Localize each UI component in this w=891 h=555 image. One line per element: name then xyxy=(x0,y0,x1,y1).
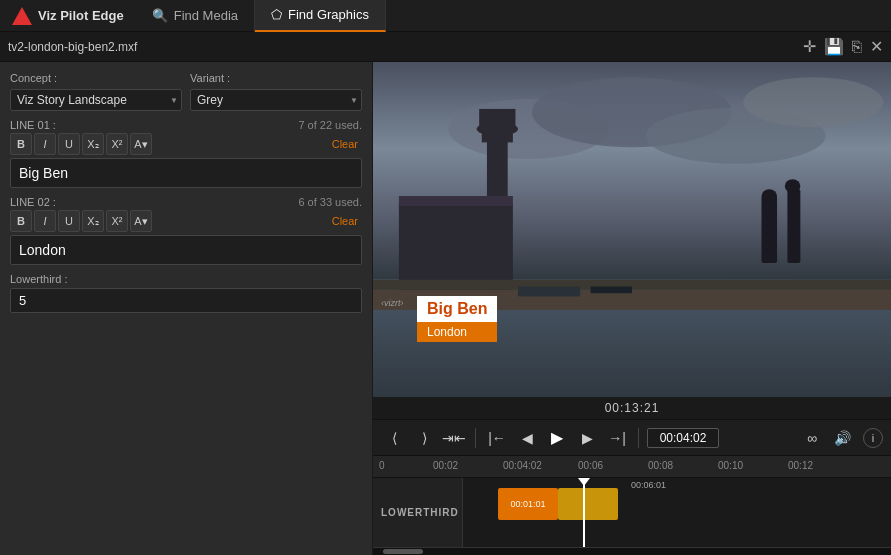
lowerthird-input[interactable] xyxy=(10,288,362,313)
line2-underline-button[interactable]: U xyxy=(58,210,80,232)
lt-subtitle-text: London xyxy=(427,325,467,339)
skip-start-button[interactable]: |← xyxy=(484,425,510,451)
save-as-button[interactable]: ⎘ xyxy=(852,38,862,56)
line1-bold-button[interactable]: B xyxy=(10,133,32,155)
svg-rect-15 xyxy=(762,196,778,263)
video-preview: ‹vizrt› Big Ben London xyxy=(373,62,891,397)
go-end-button[interactable]: ⟩ xyxy=(411,425,437,451)
loop-button[interactable]: ∞ xyxy=(799,425,825,451)
lower-third-overlay: ‹vizrt› Big Ben London xyxy=(417,296,497,342)
lt-title-bar: Big Ben xyxy=(417,296,497,322)
step-forward-button[interactable]: ▶ xyxy=(574,425,600,451)
lt-subtitle-bar: London xyxy=(417,322,497,342)
right-panel: ‹vizrt› Big Ben London 00:13:21 ⟨ ⟩ ⇥⇤ |… xyxy=(373,62,891,555)
svg-rect-20 xyxy=(591,286,632,293)
line1-format-bar: B I U X₂ X² A▾ Clear xyxy=(10,133,362,155)
line2-sub-button[interactable]: X₂ xyxy=(82,210,104,232)
ruler-mark-1: 00:02 xyxy=(433,460,458,471)
save-button[interactable]: 💾 xyxy=(824,37,844,56)
line1-header: LINE 01 : 7 of 22 used. xyxy=(10,119,362,131)
timecode-input[interactable] xyxy=(647,428,719,448)
video-scene xyxy=(373,62,891,397)
line2-clear-button[interactable]: Clear xyxy=(328,213,362,229)
line1-sub-button[interactable]: X₂ xyxy=(82,133,104,155)
step-back-button[interactable]: ◀ xyxy=(514,425,540,451)
line2-bold-button[interactable]: B xyxy=(10,210,32,232)
svg-rect-10 xyxy=(479,109,515,132)
mute-button[interactable]: 🔊 xyxy=(829,425,855,451)
transport-controls: ⟨ ⟩ ⇥⇤ |← ◀ ▶ ▶ →| ∞ 🔊 i xyxy=(373,419,891,455)
logo-icon xyxy=(12,7,32,25)
concept-group: Concept : Viz Story Landscape xyxy=(10,72,182,111)
file-title: tv2-london-big-ben2.mxf xyxy=(8,40,137,54)
timecode-display: 00:13:21 xyxy=(605,401,660,415)
line2-format-bar: B I U X₂ X² A▾ Clear xyxy=(10,210,362,232)
add-button[interactable]: ✛ xyxy=(803,37,816,56)
timeline-scrollbar[interactable] xyxy=(373,547,891,555)
line1-label: LINE 01 : xyxy=(10,119,56,131)
clip-1-label: 00:01:01 xyxy=(510,499,545,509)
clip-1[interactable]: 00:01:01 xyxy=(498,488,558,520)
concept-select-wrap: Viz Story Landscape xyxy=(10,89,182,111)
line2-italic-button[interactable]: I xyxy=(34,210,56,232)
track-area[interactable]: 00:01:01 00:06:01 xyxy=(463,478,891,547)
line2-count: 6 of 33 used. xyxy=(298,196,362,208)
line2-section: LINE 02 : 6 of 33 used. B I U X₂ X² A▾ C… xyxy=(10,196,362,265)
ruler-mark-5: 00:10 xyxy=(718,460,743,471)
scrollbar-thumb[interactable] xyxy=(383,549,423,554)
concept-select[interactable]: Viz Story Landscape xyxy=(10,89,182,111)
svg-rect-12 xyxy=(399,203,513,290)
variant-select[interactable]: Grey xyxy=(190,89,362,111)
variant-group: Variant : Grey xyxy=(190,72,362,111)
line2-font-button[interactable]: A▾ xyxy=(130,210,152,232)
app-name: Viz Pilot Edge xyxy=(38,8,124,23)
playhead[interactable] xyxy=(583,478,585,547)
variant-label: Variant : xyxy=(190,72,362,84)
line1-section: LINE 01 : 7 of 22 used. B I U X₂ X² A▾ C… xyxy=(10,119,362,188)
lt-title-text: Big Ben xyxy=(427,300,487,318)
timeline-ruler: 0 00:02 00:04:02 00:06 00:08 00:10 00:12 xyxy=(373,456,891,478)
svg-rect-19 xyxy=(518,286,580,296)
lowerthird-label: Lowerthird : xyxy=(10,273,362,285)
line1-super-button[interactable]: X² xyxy=(106,133,128,155)
svg-point-18 xyxy=(785,179,801,192)
line2-header: LINE 02 : 6 of 33 used. xyxy=(10,196,362,208)
find-media-icon: 🔍 xyxy=(152,8,168,23)
svg-point-4 xyxy=(743,77,883,127)
lowerthird-section: Lowerthird : xyxy=(10,273,362,313)
info-button[interactable]: i xyxy=(863,428,883,448)
trim-button[interactable]: ⇥⇤ xyxy=(441,425,467,451)
line2-super-button[interactable]: X² xyxy=(106,210,128,232)
timeline-body: LOWERTHIRD 00:01:01 00:06:01 xyxy=(373,478,891,547)
svg-rect-17 xyxy=(787,189,800,263)
app-logo: Viz Pilot Edge xyxy=(0,7,136,25)
clip-2[interactable] xyxy=(558,488,618,520)
close-button[interactable]: ✕ xyxy=(870,37,883,56)
svg-point-16 xyxy=(762,189,778,202)
file-bar: tv2-london-big-ben2.mxf ✛ 💾 ⎘ ✕ xyxy=(0,32,891,62)
ruler-mark-6: 00:12 xyxy=(788,460,813,471)
line2-label: LINE 02 : xyxy=(10,196,56,208)
top-bar: Viz Pilot Edge 🔍 Find Media ⬠ Find Graph… xyxy=(0,0,891,32)
file-actions: ✛ 💾 ⎘ ✕ xyxy=(803,37,883,56)
skip-end-button[interactable]: →| xyxy=(604,425,630,451)
separator-1 xyxy=(475,428,476,448)
timeline: 0 00:02 00:04:02 00:06 00:08 00:10 00:12… xyxy=(373,455,891,555)
line1-underline-button[interactable]: U xyxy=(58,133,80,155)
go-start-button[interactable]: ⟨ xyxy=(381,425,407,451)
ruler-mark-3: 00:06 xyxy=(578,460,603,471)
tab-find-media-label: Find Media xyxy=(174,8,238,23)
line1-input[interactable] xyxy=(10,158,362,188)
track-label: LOWERTHIRD xyxy=(373,478,463,547)
line1-clear-button[interactable]: Clear xyxy=(328,136,362,152)
line1-italic-button[interactable]: I xyxy=(34,133,56,155)
separator-2 xyxy=(638,428,639,448)
vizrt-logo: ‹vizrt› xyxy=(381,298,404,308)
line1-count: 7 of 22 used. xyxy=(298,119,362,131)
svg-rect-13 xyxy=(399,196,513,206)
tab-find-media[interactable]: 🔍 Find Media xyxy=(136,0,255,32)
line1-font-button[interactable]: A▾ xyxy=(130,133,152,155)
tab-find-graphics[interactable]: ⬠ Find Graphics xyxy=(255,0,386,32)
play-button[interactable]: ▶ xyxy=(544,425,570,451)
line2-input[interactable] xyxy=(10,235,362,265)
